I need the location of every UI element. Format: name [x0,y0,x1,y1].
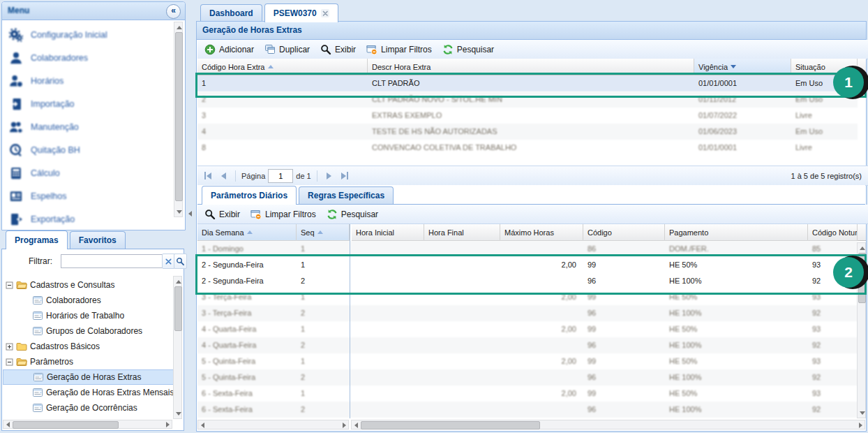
next-page-button[interactable] [323,169,336,183]
tree-node-cadastros-basicos[interactable]: Cadastros Básicos [3,339,174,354]
pesquisar-button[interactable]: Pesquisar [438,42,500,57]
scrollbar-thumb[interactable] [175,32,183,201]
table-row[interactable]: 2CLT PADRÃO NOVO - S/TOL.HE MIN01/11/201… [197,91,858,108]
table-row[interactable]: 1 - Domingo186DOM./FER.85 [197,241,858,257]
tree-node-colaboradores[interactable]: Colaboradores [3,293,174,308]
table-row[interactable]: 5 - Quinta-Feira12,0099HE 50%93 [197,353,858,369]
tab-dashboard[interactable]: Dashboard [200,4,262,22]
tree-node-horarios-de-trabalho[interactable]: Horários de Trabalho [3,308,174,323]
table-row[interactable]: 3 - Terça-Feira296HE 100%92 [197,305,858,321]
column-header-pagamento[interactable]: Pagamento [665,224,808,241]
locked-columns-scrollbar[interactable] [197,420,349,430]
column-header-vigencia[interactable]: Vigência [694,59,791,75]
tab-favoritos[interactable]: Favoritos [70,231,126,249]
scroll-up-icon[interactable] [175,278,181,285]
table-row[interactable]: 1CLT PADRÃO01/01/0001Em Uso [197,75,858,91]
menu-item-exportacao[interactable]: Exportação [9,210,75,229]
table-row[interactable]: 8CONVENCAO COLETIVA DE TRABALHO01/01/000… [197,140,858,156]
column-header-seq[interactable]: Seq [297,224,350,241]
limpar-filtros-button[interactable]: Limpar Filtros [246,207,322,222]
menu-item-colaboradores[interactable]: Colaboradores [9,48,88,68]
cell-maximo-horas: 2,00 [500,353,583,369]
table-row[interactable]: 6 - Sexta-Feira296HE 100%92 [197,402,858,418]
limpar-filtros-button[interactable]: Limpar Filtros [362,42,438,57]
column-header-dia-semana[interactable]: Dia Semana [197,224,297,241]
table-row[interactable]: 4 - Quarta-Feira296HE 100%92 [197,337,858,353]
column-header-maximo-horas[interactable]: Máximo Horas [500,224,583,241]
tab-parametros-diarios[interactable]: Parâmetros Diários [202,186,297,205]
collapse-double-left-icon[interactable]: « [166,4,181,19]
cell-codigo: 2 [197,91,368,108]
minus-icon[interactable] [6,281,13,289]
column-header-codigo-notur[interactable]: Código Notur [808,224,858,241]
scroll-left-icon[interactable] [5,422,10,427]
column-header-hora-inicial[interactable]: Hora Inicial [352,224,424,241]
scroll-right-icon[interactable] [165,422,170,427]
close-icon[interactable] [321,9,329,17]
column-header-codigo-hora-extra[interactable]: Código Hora Extra [197,59,368,75]
table-row[interactable]: 2 - Segunda-Feira12,0099HE 50%93 [197,257,858,273]
table-row[interactable]: 4TESTE DE HS NÃO AUTORIZADAS01/06/2023Em… [197,124,858,140]
panel-splitter[interactable] [186,1,196,432]
scroll-down-icon[interactable] [859,409,865,416]
scrollbar-thumb[interactable] [361,421,540,430]
tree-node-grupos-de-colaboradores[interactable]: Grupos de Colaboradores [3,323,174,339]
cell-dia: 6 - Sexta-Feira [197,386,297,402]
table-row[interactable]: 6 - Sexta-Feira12,0099HE 50%93 [197,386,858,402]
exibir-button[interactable]: Exibir [316,42,362,57]
prev-page-button[interactable] [217,169,230,183]
menu-item-manutencao[interactable]: Manutenção [9,117,79,137]
collapse-left-icon[interactable] [188,211,192,216]
tree-horizontal-scrollbar[interactable] [3,420,172,429]
adicionar-button[interactable]: Adicionar [200,42,260,57]
scroll-up-icon[interactable] [859,244,865,251]
scroll-right-icon[interactable] [341,423,347,428]
exibir-button[interactable]: Exibir [200,207,246,222]
tab-programas[interactable]: Programas [6,230,68,249]
menu-item-importacao[interactable]: Importação [9,94,75,114]
scrollbar-thumb[interactable] [174,286,182,331]
plus-icon[interactable] [6,343,13,351]
scrollbar-thumb[interactable] [13,421,119,429]
table-row[interactable]: 3 - Terça-Feira12,0099HE 50%93 [197,289,858,305]
scroll-left-icon[interactable] [200,423,205,428]
scroll-up-icon[interactable] [176,24,182,31]
scroll-left-icon[interactable] [353,423,359,428]
tree-vertical-scrollbar[interactable] [173,276,182,419]
menu-item-calculo[interactable]: Cálculo [9,163,60,183]
tab-psew0370[interactable]: PSEW0370 [264,3,338,22]
table-row[interactable]: 4 - Quarta-Feira12,0099HE 50%93 [197,321,858,337]
last-page-button[interactable] [338,169,351,183]
minus-icon[interactable] [6,358,13,366]
column-header-descr-hora-extra[interactable]: Descr Hora Extra [368,59,694,75]
duplicar-button[interactable]: Duplicar [260,42,316,57]
menu-scrollbar[interactable] [174,22,183,217]
scroll-right-icon[interactable] [858,423,863,428]
clock-icon [9,143,23,157]
pesquisar-button[interactable]: Pesquisar [322,207,384,222]
menu-item-espelhos[interactable]: Espelhos [9,186,66,206]
menu-item-quitacao-bh[interactable]: Quitação BH [9,140,80,160]
tree-node-geracao-de-ocorrencias[interactable]: Geração de Ocorrências [3,400,174,416]
cell-pagamento: HE 50% [665,386,808,402]
page-input[interactable] [268,169,293,183]
tree-node-geracao-de-horas-extras-mensais[interactable]: Geração de Horas Extras Mensais [3,385,174,400]
tree-node-geracao-de-horas-extras[interactable]: Geração de Horas Extras [3,369,174,385]
first-page-button[interactable] [202,169,214,183]
table-row[interactable]: 5 - Quinta-Feira296HE 100%92 [197,369,858,386]
cell-hora-inicial [352,386,424,402]
tree-node-parametros[interactable]: Parâmetros [3,354,174,369]
lower-grid-horizontal-scrollbar[interactable] [351,420,865,430]
table-row[interactable]: 3EXTRAS EXEMPLO01/07/2022Livre [197,108,858,124]
calculator-icon [9,166,23,180]
form-icon [32,325,43,337]
column-header-hora-final[interactable]: Hora Final [424,224,500,241]
tree-node-cadastros-e-consultas[interactable]: Cadastros e Consultas [3,277,174,293]
menu-item-horarios[interactable]: Horários [9,71,63,91]
menu-item-configuracao-inicial[interactable]: Configuração Inicial [9,25,107,45]
scroll-down-icon[interactable] [176,208,182,215]
table-row[interactable]: 2 - Segunda-Feira296HE 100%92 [197,273,858,289]
scroll-down-icon[interactable] [175,410,181,417]
tab-regras-especificas[interactable]: Regras Específicas [299,186,394,204]
column-header-codigo[interactable]: Código [583,224,665,241]
